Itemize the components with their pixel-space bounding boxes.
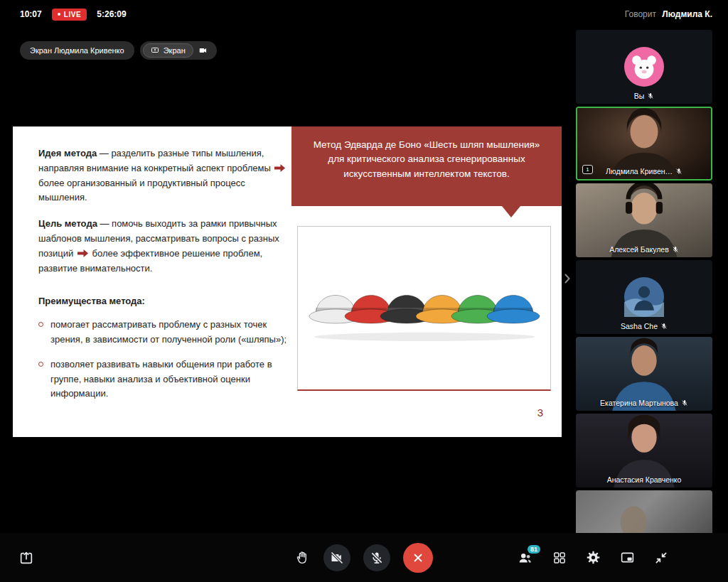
participant-name: Sasha Che	[576, 322, 712, 330]
photo-avatar-icon	[624, 277, 664, 317]
participant-tile-aleksey[interactable]: Алексей Бакулев	[576, 183, 712, 257]
collapse-window-button[interactable]	[654, 551, 668, 565]
call-controls	[295, 543, 433, 573]
raise-hand-button[interactable]	[295, 550, 311, 566]
pip-icon	[620, 550, 635, 565]
participant-name-text: Екатерина Мартынова	[600, 399, 678, 407]
mic-off-icon	[675, 168, 682, 175]
live-label: LIVE	[64, 11, 82, 18]
advantage-bullet: помогает рассматривать проблему с разных…	[38, 318, 291, 347]
person-silhouette	[576, 490, 712, 533]
speaker-name: Людмила К.	[662, 9, 712, 19]
participant-tile-sasha[interactable]: Sasha Che	[576, 260, 712, 334]
advantages-heading: Преимущества метода:	[38, 294, 291, 309]
screen-share-stage: Экран Людмила Кривенко Экран	[13, 28, 569, 533]
participant-tile-partial[interactable]	[576, 490, 712, 533]
participants-sidebar: Вы 1 Людмила Кривен…	[576, 28, 712, 533]
active-speaker-label: Говорит Людмила К.	[625, 9, 712, 19]
slide-paragraph-idea: Идея метода — разделить разные типы мышл…	[38, 146, 291, 205]
slide-paragraph-goal: Цель метода — помочь выходить за рамки п…	[38, 217, 291, 276]
mic-off-button[interactable]	[363, 544, 390, 571]
participant-name-text: Алексей Бакулев	[609, 245, 669, 254]
arrow-right-icon	[77, 249, 88, 257]
goal-lead: Цель метода	[38, 218, 97, 229]
grid-view-icon	[552, 551, 567, 565]
session-duration: 5:26:09	[97, 9, 126, 19]
slide-page-number: 3	[537, 406, 543, 419]
sidebar-collapse-chevron[interactable]	[562, 270, 573, 287]
participants-count-badge: 81	[528, 545, 540, 554]
settings-button[interactable]	[586, 550, 601, 565]
mic-off-icon	[681, 399, 688, 406]
arrow-right-icon	[274, 164, 285, 172]
participant-name: Анастасия Кравченко	[576, 475, 712, 484]
live-badge: LIVE	[52, 9, 87, 21]
participants-button[interactable]: 81	[518, 550, 533, 566]
presentation-slide: Идея метода — разделить разные типы мышл…	[13, 126, 562, 437]
participant-name: Екатерина Мартынова	[576, 399, 712, 407]
participant-name-text: Людмила Кривен…	[606, 167, 673, 176]
grid-view-button[interactable]	[552, 551, 567, 565]
idea-lead: Идея метода	[38, 148, 97, 158]
mic-off-icon	[660, 323, 668, 330]
camera-toggle[interactable]	[198, 45, 214, 55]
bullet-marker-icon	[38, 362, 43, 367]
speaking-prefix: Говорит	[625, 9, 656, 19]
close-icon	[412, 551, 424, 564]
participant-tile-anastasia[interactable]: Анастасия Кравченко	[576, 414, 712, 487]
idea-text-b: более организованный и продуктивный проц…	[38, 178, 245, 203]
participant-name-text: Анастасия Кравченко	[607, 475, 682, 484]
six-hats-image	[297, 226, 551, 391]
end-call-button[interactable]	[403, 543, 433, 573]
clock: 10:07	[20, 9, 42, 19]
camera-off-button[interactable]	[323, 544, 350, 571]
advantage-bullet: позволяет развивать навыки общения при р…	[38, 357, 291, 402]
participant-name: Вы	[576, 92, 712, 100]
participant-name-text: Вы	[634, 92, 645, 100]
screen-source-chip[interactable]: Экран	[140, 41, 217, 60]
participant-tile-ludmila[interactable]: 1 Людмила Кривен…	[576, 107, 712, 180]
slide-text-column: Идея метода — разделить разные типы мышл…	[38, 146, 291, 411]
screen-toggle-label: Экран	[164, 46, 186, 55]
camera-off-icon	[330, 551, 344, 565]
top-bar: 10:07 LIVE 5:26:09 Говорит Людмила К.	[0, 0, 728, 28]
camera-icon	[198, 45, 208, 55]
bear-avatar-icon	[624, 47, 664, 87]
mic-off-icon	[370, 551, 384, 565]
participant-video	[576, 490, 712, 533]
bullet-text: позволяет развивать навыки общения при р…	[50, 357, 291, 402]
bullet-marker-icon	[38, 322, 43, 327]
hat-blue	[487, 295, 540, 323]
monitor-share-icon	[151, 46, 159, 55]
participant-tile-ekaterina[interactable]: Екатерина Мартынова	[576, 337, 712, 411]
collapse-arrows-icon	[654, 551, 668, 565]
meeting-tools: 81	[518, 550, 668, 566]
mic-off-icon	[672, 246, 679, 253]
stage-chips: Экран Людмила Кривенко Экран	[20, 41, 217, 60]
mic-off-icon	[647, 92, 654, 99]
screen-owner-chip[interactable]: Экран Людмила Кривенко	[20, 41, 134, 60]
screen-toggle[interactable]: Экран	[143, 43, 193, 58]
participant-name-text: Sasha Che	[621, 322, 658, 330]
banner-text: Метод Эдварда де Боно «Шесть шляп мышлен…	[314, 139, 540, 179]
app-window: 10:07 LIVE 5:26:09 Говорит Людмила К. Эк…	[0, 0, 728, 582]
raise-hand-icon	[295, 550, 311, 566]
live-dot-icon	[58, 13, 60, 16]
six-hats-illustration	[306, 273, 542, 344]
banner-pointer	[502, 206, 520, 217]
pip-button[interactable]	[620, 550, 635, 565]
participant-tile-you[interactable]: Вы	[576, 30, 712, 104]
gear-icon	[586, 550, 601, 565]
share-screen-icon	[18, 550, 34, 566]
participant-name: Людмила Кривен…	[577, 167, 711, 176]
share-screen-button[interactable]	[18, 550, 34, 566]
slide-title-banner: Метод Эдварда де Боно «Шесть шляп мышлен…	[291, 126, 562, 206]
participant-name: Алексей Бакулев	[576, 245, 712, 254]
bottom-toolbar: 81	[0, 533, 728, 582]
bullet-text: помогает рассматривать проблему с разных…	[50, 318, 291, 347]
